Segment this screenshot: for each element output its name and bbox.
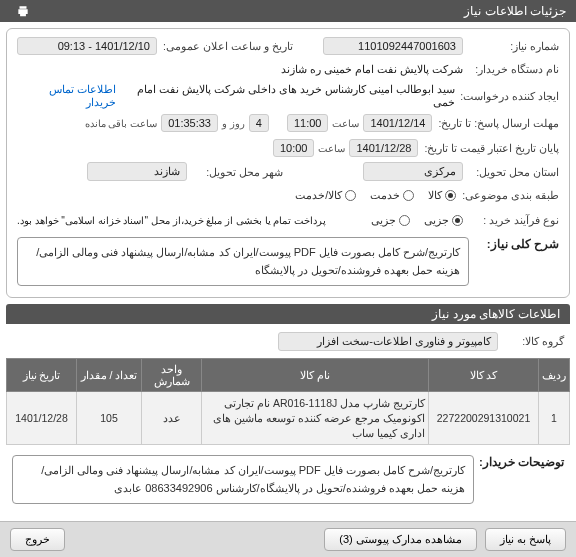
day-word: روز و	[222, 118, 245, 129]
validity-time: 10:00	[273, 139, 315, 157]
window-title: جزئیات اطلاعات نیاز	[30, 4, 566, 18]
goods-table: ردیف کد کالا نام کالا واحد شمارش تعداد /…	[6, 358, 570, 445]
table-row[interactable]: 1 2272200291310021 کارتریج شارپ مدل AR01…	[7, 392, 570, 445]
cell-idx: 1	[539, 392, 570, 445]
city-value: شازند	[87, 162, 187, 181]
bottom-bar: پاسخ به نیاز مشاهده مدارک پیوستی (3) خرو…	[0, 521, 576, 557]
need-no-value: 1101092447001603	[323, 37, 463, 55]
process-note: پرداخت تمام یا بخشی از مبلغ خرید،از محل …	[17, 215, 326, 226]
radio-kala[interactable]: کالا	[428, 189, 456, 201]
goods-header: اطلاعات کالاهای مورد نیاز	[6, 304, 570, 324]
th-unit: واحد شمارش	[142, 359, 202, 392]
buyer-note-box: کارتریج/شرح کامل بصورت فایل PDF پیوست/ای…	[12, 455, 474, 504]
validity-date: 1401/12/28	[349, 139, 418, 157]
process-label: نوع فرآیند خرید :	[469, 214, 559, 226]
deadline-label: مهلت ارسال پاسخ: تا تاریخ:	[438, 117, 559, 129]
attachments-button[interactable]: مشاهده مدارک پیوستی (3)	[324, 528, 477, 551]
creator-value: سید ابوطالب امینی کارشناس خرید های داخلی…	[116, 83, 456, 109]
validity-label: پایان تاریخ اعتبار قیمت تا تاریخ:	[424, 142, 559, 154]
reply-button[interactable]: پاسخ به نیاز	[485, 528, 566, 551]
status-label: طبقه بندی موضوعی:	[462, 189, 559, 201]
th-date: تاریخ نیاز	[7, 359, 77, 392]
announce-value: 1401/12/10 - 09:13	[17, 37, 157, 55]
time-word-1: ساعت	[332, 118, 359, 129]
th-qty: تعداد / مقدار	[77, 359, 142, 392]
cell-qty: 105	[77, 392, 142, 445]
radio-proc-2[interactable]: جزیی	[371, 214, 410, 226]
announce-label: تاریخ و ساعت اعلان عمومی:	[163, 40, 293, 52]
radio-kala-khedmat[interactable]: کالا/خدمت	[295, 189, 356, 201]
cell-unit: عدد	[142, 392, 202, 445]
province-label: استان محل تحویل:	[469, 166, 559, 178]
remain-time: 01:35:33	[161, 114, 218, 132]
time-word-2: ساعت	[318, 143, 345, 154]
remain-days: 4	[249, 114, 269, 132]
desc-box: کارتریج/شرح کامل بصورت فایل PDF پیوست/ای…	[17, 237, 469, 286]
group-label: گروه کالا:	[504, 335, 564, 347]
cell-date: 1401/12/28	[7, 392, 77, 445]
remain-suffix: ساعت باقی مانده	[85, 118, 158, 129]
table-header-row: ردیف کد کالا نام کالا واحد شمارش تعداد /…	[7, 359, 570, 392]
th-name: نام کالا	[202, 359, 429, 392]
group-value: کامپیوتر و فناوری اطلاعات-سخت افزار	[278, 332, 498, 351]
window-header: جزئیات اطلاعات نیاز	[0, 0, 576, 22]
th-idx: ردیف	[539, 359, 570, 392]
exit-button[interactable]: خروج	[10, 528, 65, 551]
th-code: کد کالا	[429, 359, 539, 392]
city-label: شهر محل تحویل:	[193, 166, 283, 178]
print-icon[interactable]	[16, 4, 30, 18]
contact-link[interactable]: اطلاعات تماس خریدار	[17, 83, 116, 109]
deadline-time: 11:00	[287, 114, 329, 132]
radio-khedmat[interactable]: خدمت	[370, 189, 414, 201]
creator-label: ایجاد کننده درخواست:	[461, 90, 559, 102]
status-radio-group: کالا خدمت کالا/خدمت	[295, 189, 456, 201]
need-no-label: شماره نیاز:	[469, 40, 559, 52]
org-value: شرکت پالایش نفت امام خمینی ره شازند	[281, 63, 463, 76]
province-value: مرکزی	[363, 162, 463, 181]
buyer-note-label: توضیحات خریدار:	[474, 455, 564, 469]
deadline-date: 1401/12/14	[363, 114, 432, 132]
org-label: نام دستگاه خریدار:	[469, 63, 559, 75]
cell-name: کارتریج شارپ مدل AR016-1118J نام تجارتی …	[202, 392, 429, 445]
cell-code: 2272200291310021	[429, 392, 539, 445]
details-section: شماره نیاز: 1101092447001603 تاریخ و ساع…	[6, 28, 570, 298]
radio-proc-1[interactable]: جزیی	[424, 214, 463, 226]
process-radio-group: جزیی جزیی	[371, 214, 463, 226]
desc-label: شرح کلی نیاز:	[469, 237, 559, 251]
